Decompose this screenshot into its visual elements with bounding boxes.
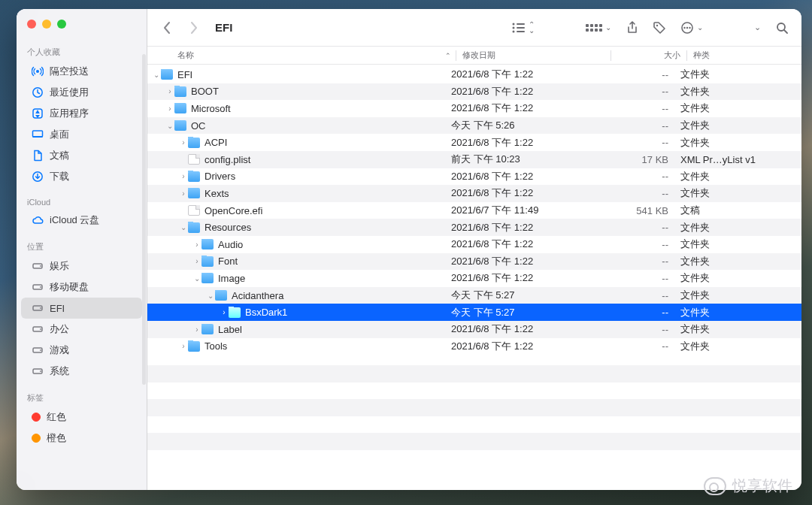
file-size: -- <box>599 69 674 80</box>
app-icon <box>32 107 44 119</box>
sidebar-item-label: 橙色 <box>47 431 66 445</box>
file-name: Font <box>218 256 238 267</box>
file-row[interactable]: config.plist前天 下午 10:2317 KBXML Pr…yList… <box>147 151 801 168</box>
file-row[interactable]: ⌄Image2021/6/8 下午 1:22--文件夹 <box>147 270 801 287</box>
disclosure-closed-icon[interactable]: › <box>165 104 174 113</box>
disclosure-closed-icon[interactable]: › <box>179 138 188 147</box>
disk-icon <box>32 365 44 377</box>
disclosure-closed-icon[interactable]: › <box>192 325 201 334</box>
sidebar-tag-red[interactable]: 红色 <box>21 407 142 428</box>
window-title: EFI <box>211 21 237 34</box>
column-header-kind[interactable]: 种类 <box>687 50 795 61</box>
clock-icon <box>32 86 44 98</box>
sidebar-item-应用程序[interactable]: 应用程序 <box>21 103 142 124</box>
folder-icon <box>188 188 200 198</box>
tags-button[interactable] <box>649 19 670 37</box>
file-name: EFI <box>177 69 192 80</box>
disclosure-closed-icon[interactable]: › <box>192 240 201 249</box>
disclosure-open-icon[interactable]: ⌄ <box>192 274 201 283</box>
doc-icon <box>32 150 44 162</box>
sidebar-item-icloud 云盘[interactable]: iCloud 云盘 <box>21 210 142 231</box>
sidebar-item-label: 红色 <box>47 410 66 424</box>
file-row[interactable]: ›Tools2021/6/8 下午 1:22--文件夹 <box>147 338 801 355</box>
fullscreen-button[interactable] <box>57 20 66 29</box>
file-kind: 文稿 <box>674 204 795 217</box>
file-kind: 文件夹 <box>674 255 795 268</box>
sidebar-item-label: 办公 <box>50 322 69 336</box>
file-date: 2021/6/8 下午 1:22 <box>445 68 599 81</box>
file-kind: 文件夹 <box>674 237 795 251</box>
file-row[interactable]: ⌄Acidanthera今天 下午 5:27--文件夹 <box>147 287 801 304</box>
sidebar-item-efi[interactable]: EFI <box>21 298 142 319</box>
file-date: 2021/6/8 下午 1:22 <box>445 221 599 234</box>
disclosure-closed-icon[interactable]: › <box>179 172 188 180</box>
chevron-down-icon: ⌄ <box>697 23 703 32</box>
folder-icon <box>201 273 214 283</box>
back-button[interactable] <box>156 19 177 37</box>
disclosure-closed-icon[interactable]: › <box>192 257 201 265</box>
sidebar-tag-orange[interactable]: 橙色 <box>21 428 142 449</box>
main-pane: EFI ⌃⌄ ⌄ <box>147 9 801 490</box>
sidebar-scrollbar[interactable] <box>142 54 146 385</box>
file-row[interactable]: ⌄EFI2021/6/8 下午 1:22--文件夹 <box>147 66 801 83</box>
file-row[interactable]: ›Kexts2021/6/8 下午 1:22--文件夹 <box>147 185 801 202</box>
file-name: Label <box>218 324 242 335</box>
chevron-down-icon: ⌄ <box>754 23 761 32</box>
file-size: -- <box>599 103 674 114</box>
sidebar-item-最近使用[interactable]: 最近使用 <box>21 82 142 103</box>
svg-point-0 <box>36 70 39 73</box>
file-row[interactable]: ›Drivers2021/6/8 下午 1:22--文件夹 <box>147 168 801 186</box>
search-button[interactable] <box>771 19 792 37</box>
file-name: Kexts <box>205 188 229 199</box>
sidebar-item-系统[interactable]: 系统 <box>21 361 142 382</box>
column-header-date[interactable]: 修改日期 <box>456 50 611 61</box>
view-mode-button[interactable]: ⌃⌄ <box>508 19 539 37</box>
sidebar-item-文稿[interactable]: 文稿 <box>21 145 142 166</box>
action-menu-button[interactable]: ⌄ <box>676 19 707 37</box>
file-row[interactable]: ›Label2021/6/8 下午 1:22--文件夹 <box>147 321 801 338</box>
disclosure-closed-icon[interactable]: › <box>165 87 174 95</box>
file-name: OpenCore.efi <box>205 205 262 216</box>
file-row[interactable]: ⌄OC今天 下午 5:26--文件夹 <box>147 117 801 135</box>
file-row[interactable]: ›Microsoft2021/6/8 下午 1:22--文件夹 <box>147 100 801 117</box>
disk-icon <box>32 281 44 293</box>
column-header-name[interactable]: 名称 <box>147 50 445 61</box>
minimize-button[interactable] <box>42 20 51 29</box>
sidebar-item-下载[interactable]: 下载 <box>21 166 142 187</box>
close-button[interactable] <box>27 20 36 29</box>
sidebar-item-移动硬盘[interactable]: 移动硬盘 <box>21 277 142 298</box>
file-row[interactable]: ›BsxDark1今天 下午 5:27--文件夹 <box>147 304 801 321</box>
sidebar-item-娱乐[interactable]: 娱乐 <box>21 256 142 277</box>
file-row[interactable]: ›Audio2021/6/8 下午 1:22--文件夹 <box>147 236 801 253</box>
disclosure-open-icon[interactable]: ⌄ <box>152 71 161 79</box>
disclosure-open-icon[interactable]: ⌄ <box>206 292 215 300</box>
file-name: Audio <box>218 239 243 250</box>
sidebar-item-桌面[interactable]: 桌面 <box>21 124 142 145</box>
file-kind: 文件夹 <box>674 186 795 200</box>
file-kind: XML Pr…yList v1 <box>674 154 795 165</box>
sidebar: 个人收藏 隔空投送最近使用应用程序桌面文稿下载 iCloud iCloud 云盘… <box>17 9 147 490</box>
file-size: -- <box>599 239 674 250</box>
file-row[interactable]: ⌄Resources2021/6/8 下午 1:22--文件夹 <box>147 219 801 236</box>
forward-button[interactable] <box>183 19 205 37</box>
sidebar-item-办公[interactable]: 办公 <box>21 319 142 340</box>
sidebar-item-隔空投送[interactable]: 隔空投送 <box>21 61 142 82</box>
disclosure-closed-icon[interactable]: › <box>220 308 229 316</box>
sidebar-item-游戏[interactable]: 游戏 <box>21 340 142 361</box>
column-header-size[interactable]: 大小 <box>611 50 686 61</box>
file-row[interactable]: OpenCore.efi2021/6/7 下午 11:49541 KB文稿 <box>147 202 801 219</box>
file-size: 541 KB <box>599 205 674 216</box>
sidebar-item-label: 游戏 <box>50 343 69 357</box>
group-by-button[interactable]: ⌄ <box>581 19 616 37</box>
file-row[interactable]: ›ACPI2021/6/8 下午 1:22--文件夹 <box>147 134 801 151</box>
disclosure-closed-icon[interactable]: › <box>179 189 188 198</box>
overflow-button[interactable]: ⌄ <box>750 19 765 37</box>
share-button[interactable] <box>622 19 643 37</box>
file-row[interactable]: ›Font2021/6/8 下午 1:22--文件夹 <box>147 253 801 271</box>
sidebar-tags: 标签 红色橙色 <box>17 386 147 453</box>
file-row[interactable]: ›BOOT2021/6/8 下午 1:22--文件夹 <box>147 83 801 101</box>
disclosure-open-icon[interactable]: ⌄ <box>179 223 188 231</box>
disclosure-open-icon[interactable]: ⌄ <box>165 122 174 130</box>
disclosure-closed-icon[interactable]: › <box>179 342 188 350</box>
file-date: 2021/6/8 下午 1:22 <box>445 340 599 353</box>
